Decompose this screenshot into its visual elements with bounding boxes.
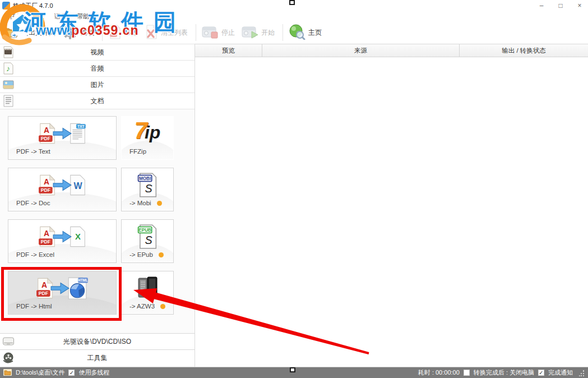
sidebar-label-document: 文档 xyxy=(0,96,195,106)
resize-grip-icon[interactable] xyxy=(579,370,585,376)
tile-label: PDF -> Excel xyxy=(16,251,54,258)
annotation-handle-bottom[interactable] xyxy=(290,367,295,372)
toolbar-separator xyxy=(283,24,283,41)
tile-to-mobi[interactable]: MOBI S -> Mobi xyxy=(121,168,174,211)
tile-label: PDF -> Doc xyxy=(16,200,50,206)
stop-label: 停止 xyxy=(221,28,235,38)
sidebar-item-picture[interactable]: 图片 xyxy=(0,77,195,93)
tile-label: FFZip xyxy=(129,148,146,155)
tile-pdf-to-doc[interactable]: A PDF W PDF -> Doc xyxy=(8,168,117,211)
sidebar-label-audio: 音频 xyxy=(0,64,195,73)
remove-button[interactable]: 移除 xyxy=(108,25,138,41)
svg-text:PDF: PDF xyxy=(41,239,50,245)
svg-text:A: A xyxy=(41,280,47,289)
menu-bar: 任务 皮肤 语言 帮助 xyxy=(0,11,588,21)
start-button[interactable]: 开始 xyxy=(242,25,275,41)
toolbar: 输出文件夹 选项 xyxy=(0,21,588,44)
document-icon xyxy=(2,95,15,107)
svg-text:S: S xyxy=(145,234,152,246)
notify-checkbox[interactable]: ✓ xyxy=(538,370,544,376)
output-path[interactable]: D:\tools\桌面\文件 xyxy=(16,368,64,377)
minimize-button[interactable]: – xyxy=(538,0,545,11)
ffzip-logo-icon: 7ip xyxy=(122,119,173,148)
window-title: 格式工厂 4.7.0 xyxy=(13,2,53,10)
pdf-to-excel-icon: A PDF X xyxy=(8,222,116,251)
folder-icon xyxy=(3,25,19,40)
video-icon xyxy=(2,46,15,58)
task-table-header: 预览 来源 输出 / 转换状态 xyxy=(195,44,588,57)
annotation-handle-top[interactable] xyxy=(289,0,295,5)
svg-text:A: A xyxy=(44,229,49,238)
home-button[interactable]: 主页 xyxy=(289,24,322,42)
multithread-label[interactable]: 使用多线程 xyxy=(78,368,109,377)
toolbar-separator xyxy=(196,24,196,41)
sidebar-label-optical-drive: 光驱设备\DVD\CD\ISO xyxy=(0,337,195,347)
tile-pdf-to-excel[interactable]: A PDF X PDF -> Excel xyxy=(8,219,117,263)
tile-label: -> EPub xyxy=(129,251,153,258)
elapsed-time: 耗时 : 00:00:00 xyxy=(418,368,460,377)
svg-text:EPUB: EPUB xyxy=(138,228,151,233)
options-button[interactable]: 选项 xyxy=(62,24,94,42)
sidebar-item-video[interactable]: 视频 xyxy=(0,44,195,61)
task-table-body[interactable] xyxy=(195,57,588,367)
sidebar-item-optical-drive[interactable]: 光驱设备\DVD\CD\ISO xyxy=(0,333,195,349)
left-panel: 视频 ♪ 音频 图片 文档 xyxy=(0,44,195,367)
tile-pdf-to-text[interactable]: A PDF TXT PDF -> Text xyxy=(8,116,117,160)
svg-text:PDF: PDF xyxy=(41,187,50,193)
shutdown-after-label[interactable]: 转换完成后 : 关闭电脑 xyxy=(474,368,534,377)
tile-to-epub[interactable]: EPUB S -> EPub xyxy=(121,219,174,263)
status-dot xyxy=(160,304,165,309)
tile-ffzip[interactable]: 7ip FFZip xyxy=(121,116,174,160)
svg-text:PDF: PDF xyxy=(41,136,50,141)
azw3-icon xyxy=(122,274,173,303)
svg-text:W: W xyxy=(74,181,83,191)
output-folder-button[interactable]: 输出文件夹 xyxy=(3,25,55,40)
sidebar-label-video: 视频 xyxy=(0,48,195,57)
output-folder-label: 输出文件夹 xyxy=(22,28,55,38)
clear-list-button[interactable]: 清空列表 xyxy=(145,25,188,41)
tile-pdf-to-html[interactable]: A PDF HTML PDF -> Html xyxy=(8,271,117,315)
svg-text:S: S xyxy=(145,182,152,195)
menu-task[interactable]: 任务 xyxy=(4,12,27,21)
convert-arrow-icon xyxy=(53,179,72,191)
pdf-to-doc-icon: A PDF W xyxy=(8,170,116,200)
svg-text:PDF: PDF xyxy=(39,291,48,296)
tile-label: -> AZW3 xyxy=(129,303,155,310)
task-list-panel: 预览 来源 输出 / 转换状态 xyxy=(195,44,588,367)
convert-arrow-icon xyxy=(53,231,72,243)
home-globe-icon xyxy=(289,24,305,42)
audio-icon: ♪ xyxy=(2,62,15,75)
tile-to-azw3[interactable]: -> AZW3 xyxy=(121,271,174,315)
home-label: 主页 xyxy=(308,28,322,38)
start-icon xyxy=(242,25,258,41)
sidebar-item-toolset[interactable]: 工具集 xyxy=(0,349,195,366)
maximize-button[interactable]: □ xyxy=(557,0,564,11)
close-button[interactable]: × xyxy=(576,0,584,11)
column-preview[interactable]: 预览 xyxy=(195,44,262,57)
sidebar-item-document[interactable]: 文档 xyxy=(0,93,195,109)
status-dot xyxy=(157,201,162,206)
tile-label: -> Mobi xyxy=(129,200,151,206)
toolset-icon xyxy=(2,352,15,364)
tile-label: PDF -> Text xyxy=(16,148,50,155)
menu-skin[interactable]: 皮肤 xyxy=(27,12,49,21)
column-source[interactable]: 来源 xyxy=(262,44,460,57)
svg-text:♪: ♪ xyxy=(6,64,10,73)
menu-language[interactable]: 语言 xyxy=(49,12,72,21)
multithread-checkbox[interactable]: ✓ xyxy=(68,370,75,376)
options-label: 选项 xyxy=(81,28,94,38)
shutdown-after-checkbox[interactable] xyxy=(464,370,470,376)
svg-text:A: A xyxy=(44,177,49,186)
sidebar-item-audio[interactable]: ♪ 音频 xyxy=(0,61,195,77)
notify-label[interactable]: 完成通知 xyxy=(548,368,573,377)
menu-help[interactable]: 帮助 xyxy=(72,12,94,21)
output-path-folder-icon xyxy=(3,369,12,377)
remove-label: 移除 xyxy=(124,28,138,38)
stop-button[interactable]: 停止 xyxy=(202,25,235,41)
clear-list-label: 清空列表 xyxy=(161,28,188,38)
start-label: 开始 xyxy=(261,28,275,38)
column-output-status[interactable]: 输出 / 转换状态 xyxy=(460,44,588,57)
pdf-to-html-icon: A PDF HTML xyxy=(8,274,116,303)
status-dot xyxy=(159,252,164,257)
convert-arrow-icon xyxy=(50,282,70,294)
